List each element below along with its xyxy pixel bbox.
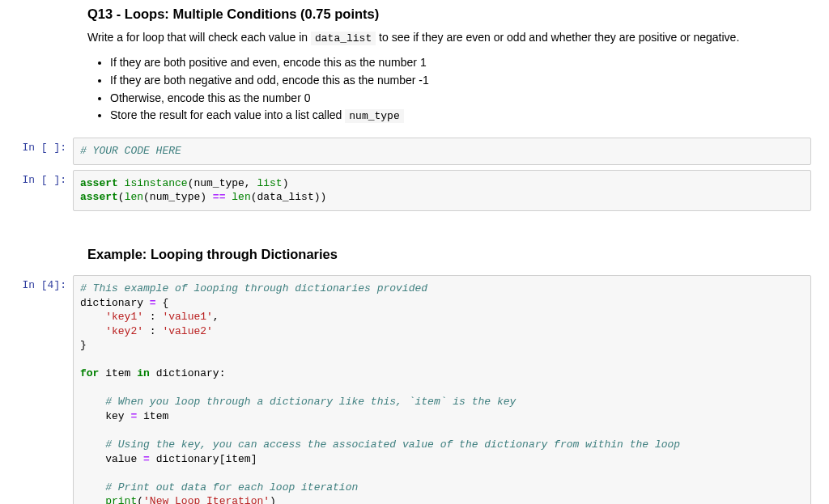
input-prompt-4: In [4]: (0, 275, 73, 504)
notebook: In [ ]: Q13 - Loops: Multiple Conditions… (0, 0, 829, 504)
code-block[interactable]: assert isinstance(num_type, list) assert… (73, 170, 811, 211)
q13-heading: Q13 - Loops: Multiple Conditions (0.75 p… (87, 6, 797, 22)
inline-code-num-type: num_type (345, 109, 403, 123)
inline-code-data-list: data_list (311, 32, 376, 45)
bullet-4: Store the result for each value into a l… (110, 107, 797, 125)
bullet-4-pre: Store the result for each value into a l… (110, 108, 345, 121)
bullet-2: If they are both negative and odd, encod… (110, 72, 797, 90)
q13-bullets: If they are both positive and even, enco… (110, 54, 797, 125)
q13-intro: Write a for loop that will check each va… (87, 30, 797, 46)
input-prompt-empty: In [ ]: (0, 170, 73, 211)
input-prompt-empty: In [ ]: (0, 138, 73, 165)
code-cell-asserts[interactable]: In [ ]: assert isinstance(num_type, list… (0, 170, 829, 211)
example-heading: Example: Looping through Dictionaries (87, 247, 797, 262)
q13-intro-post: to see if they are even or odd and wheth… (376, 31, 739, 44)
code-block[interactable]: # This example of looping through dictio… (73, 275, 811, 504)
code-comment: # YOUR CODE HERE (80, 145, 181, 157)
q13-intro-pre: Write a for loop that will check each va… (87, 31, 311, 44)
code-cell-your-code[interactable]: In [ ]: # YOUR CODE HERE (0, 138, 829, 165)
code-cell-dict-example[interactable]: In [4]: # This example of looping throug… (0, 275, 829, 504)
code-block[interactable]: # YOUR CODE HERE (73, 138, 811, 165)
bullet-1: If they are both positive and even, enco… (110, 54, 797, 72)
markdown-cell-q13: In [ ]: Q13 - Loops: Multiple Conditions… (0, 0, 829, 133)
markdown-cell-example: In [ ]: Example: Looping through Diction… (0, 240, 829, 270)
bullet-3: Otherwise, encode this as the number 0 (110, 90, 797, 108)
